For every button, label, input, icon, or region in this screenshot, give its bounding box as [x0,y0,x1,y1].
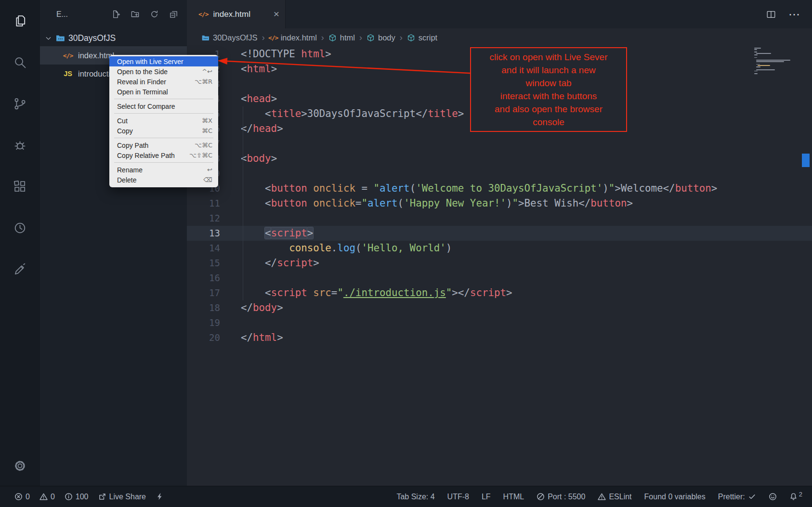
activity-item-source-control[interactable] [13,96,27,111]
cube-icon [407,34,415,42]
status-right-group: Tab Size: 4UTF-8LFHTMLPort : 5500ESLintF… [396,493,802,501]
status-port-5500[interactable]: Port : 5500 [537,493,585,501]
status-0[interactable]: 0 [39,493,55,501]
smiley-icon [769,493,777,501]
status-100[interactable]: 100 [65,493,89,501]
line-number: 11 [187,196,220,211]
status-label: Tab Size: 4 [396,493,434,501]
menu-item-open-with-live-server[interactable]: Open with Live Server [109,56,218,66]
new-folder-icon[interactable] [131,10,140,19]
annotation-line: and it will launch a new [473,64,624,77]
line-number: 20 [187,330,220,345]
status-lf[interactable]: LF [482,493,491,501]
menu-item-label: Reveal in Finder [117,78,195,86]
code-line-7[interactable]: 7 [187,136,812,151]
folder-row-30daysofjs[interactable]: 30DaysOfJS [40,30,187,46]
status-found-0-variables[interactable]: Found 0 variables [644,493,706,501]
breadcrumb-label: body [378,33,395,42]
code-line-14[interactable]: 14 console.log('Hello, World') [187,241,812,256]
menu-item-select-for-compare[interactable]: Select for Compare [109,101,218,111]
code-line-11[interactable]: 11 <button onclick="alert('Happy New Yea… [187,196,812,211]
status-tab-size-4[interactable]: Tab Size: 4 [396,493,434,501]
activity-item-debug[interactable] [13,138,27,153]
code-line-10[interactable]: 10 <button onclick = "alert('Welcome to … [187,181,812,196]
more-actions-icon[interactable]: ⋯ [789,9,799,20]
status-prettier[interactable]: Prettier: [718,493,756,501]
status-left-group: 00100Live Share [14,493,164,501]
breadcrumb-30daysofjs[interactable]: 30DaysOfJS [201,33,258,42]
menu-item-label: Open with Live Server [117,58,212,65]
breadcrumb: 30DaysOfJS›</>index.html›html›body›scrip… [187,28,812,47]
activity-item-gear[interactable] [13,458,27,473]
status-utf-8[interactable]: UTF-8 [447,493,469,501]
status-html[interactable]: HTML [503,493,524,501]
activity-item-clock[interactable] [13,221,27,235]
breadcrumb-label: index.html [281,33,317,42]
menu-item-open-in-terminal[interactable]: Open in Terminal [109,87,218,97]
new-file-icon[interactable] [111,10,120,19]
html-file-icon: </> [198,11,208,18]
annotation-line: window tab [473,77,624,90]
editor-actions: ⋯ [766,0,812,28]
tab-index-html[interactable]: </> index.html × [187,0,286,28]
minimap-line [754,48,761,49]
code-line-16[interactable]: 16 [187,271,812,286]
menu-item-copy-path[interactable]: Copy Path⌥⌘C [109,140,218,150]
folder-label: 30DaysOfJS [68,33,116,43]
menu-item-shortcut: ↩ [207,166,212,173]
minimap-line [756,66,760,67]
code-text: <body> [220,151,277,166]
menu-item-shortcut: ⌘C [202,127,212,134]
activity-item-pen[interactable] [13,262,27,277]
menu-item-delete[interactable]: Delete⌫ [109,175,218,185]
line-number: 16 [187,271,220,286]
collapse-all-icon[interactable] [169,10,178,19]
activity-item-files[interactable] [13,13,27,28]
code-line-17[interactable]: 17 <script src="./introduction.js"></scr… [187,286,812,300]
code-text: <title>30DaysOfJavaScript</title> [220,106,464,121]
breadcrumb-html[interactable]: html [328,33,355,42]
explorer-title: E... [56,10,68,19]
status-live-share[interactable]: Live Share [98,493,146,501]
refresh-icon[interactable] [150,10,159,19]
menu-item-cut[interactable]: Cut⌘X [109,116,218,126]
breadcrumb-body[interactable]: body [367,33,395,42]
code-line-19[interactable]: 19 [187,315,812,330]
breadcrumb-script[interactable]: script [407,33,437,42]
close-tab-icon[interactable]: × [274,9,279,20]
menu-item-shortcut: ⌥⇧⌘C [189,152,212,159]
status-0[interactable]: 0 [14,493,30,501]
status-smiley[interactable] [769,493,777,501]
code-line-8[interactable]: 8<body> [187,151,812,166]
code-line-15[interactable]: 15 </script> [187,256,812,271]
code-line-9[interactable]: 9 [187,166,812,181]
code-line-20[interactable]: 20</html> [187,330,812,345]
minimap-line [754,57,757,58]
activity-item-search[interactable] [13,55,27,70]
menu-item-open-to-the-side[interactable]: Open to the Side^↩ [109,66,218,77]
minimap-line [756,64,760,65]
status-eslint[interactable]: ESLint [598,493,631,501]
breadcrumb-index-html[interactable]: </>index.html [269,33,317,42]
code-line-12[interactable]: 12 [187,211,812,226]
annotation-line: interact with the buttons [473,90,624,103]
menu-item-copy[interactable]: Copy⌘C [109,126,218,136]
split-editor-icon[interactable] [766,9,776,20]
js-file-icon: JS [62,70,74,78]
minimap-line [754,73,758,74]
status-2[interactable]: 2 [789,493,802,501]
menu-item-copy-relative-path[interactable]: Copy Relative Path⌥⇧⌘C [109,150,218,160]
warning-triangle-icon [39,493,48,501]
menu-item-rename[interactable]: Rename↩ [109,165,218,175]
code-line-18[interactable]: 18</body> [187,300,812,315]
code-line-13[interactable]: 13 <script> [187,226,812,241]
menu-item-reveal-in-finder[interactable]: Reveal in Finder⌥⌘R [109,77,218,87]
scrollbar-selection-marker[interactable] [802,154,810,167]
activity-item-extensions[interactable] [13,179,27,194]
code-text [220,77,241,91]
files-icon [13,13,27,28]
status-lightning[interactable] [156,493,164,501]
minimap[interactable] [754,48,799,75]
breadcrumb-separator: › [262,33,265,43]
menu-item-label: Open to the Side [117,68,202,76]
